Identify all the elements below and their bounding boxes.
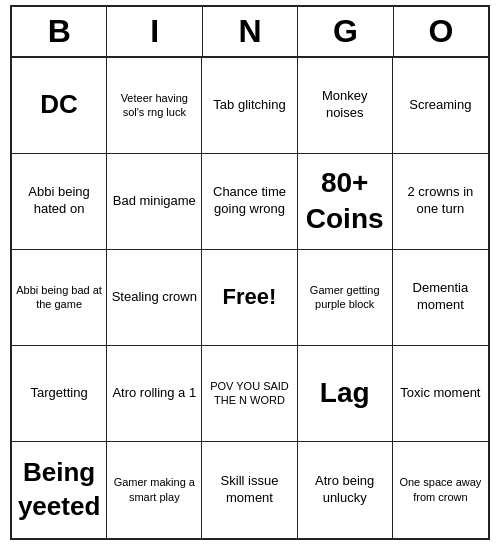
bingo-cell: Gamer making a smart play (107, 442, 202, 538)
header-letter: G (298, 7, 393, 56)
cell-text: POV YOU SAID THE N WORD (206, 379, 292, 408)
bingo-cell: Screaming (393, 58, 488, 154)
bingo-cell: Stealing crown (107, 250, 202, 346)
cell-text: 80+ Coins (302, 165, 388, 238)
cell-text: Atro rolling a 1 (112, 385, 196, 402)
bingo-card: BINGO DCVeteer having sol's rng luckTab … (10, 5, 490, 540)
cell-text: Chance time going wrong (206, 184, 292, 218)
cell-text: One space away from crown (397, 475, 484, 504)
cell-text: Toxic moment (400, 385, 480, 402)
bingo-cell: Gamer getting purple block (298, 250, 393, 346)
bingo-cell: Free! (202, 250, 297, 346)
header-letter: B (12, 7, 107, 56)
bingo-cell: Veteer having sol's rng luck (107, 58, 202, 154)
header-letter: O (394, 7, 488, 56)
bingo-cell: Being yeeted (12, 442, 107, 538)
bingo-cell: Chance time going wrong (202, 154, 297, 250)
cell-text: Free! (223, 283, 277, 312)
header-letter: N (203, 7, 298, 56)
bingo-cell: 80+ Coins (298, 154, 393, 250)
cell-text: Gamer getting purple block (302, 283, 388, 312)
bingo-cell: Atro rolling a 1 (107, 346, 202, 442)
cell-text: Abbi being bad at the game (16, 283, 102, 312)
cell-text: Atro being unlucky (302, 473, 388, 507)
bingo-cell: Abbi being bad at the game (12, 250, 107, 346)
cell-text: Targetting (31, 385, 88, 402)
cell-text: Skill issue moment (206, 473, 292, 507)
bingo-cell: DC (12, 58, 107, 154)
bingo-cell: Monkey noises (298, 58, 393, 154)
bingo-grid: DCVeteer having sol's rng luckTab glitch… (12, 58, 488, 538)
cell-text: Stealing crown (112, 289, 197, 306)
bingo-cell: Targetting (12, 346, 107, 442)
bingo-cell: Skill issue moment (202, 442, 297, 538)
bingo-cell: Atro being unlucky (298, 442, 393, 538)
bingo-cell: Tab glitching (202, 58, 297, 154)
bingo-cell: Abbi being hated on (12, 154, 107, 250)
bingo-cell: POV YOU SAID THE N WORD (202, 346, 297, 442)
cell-text: Monkey noises (302, 88, 388, 122)
bingo-header: BINGO (12, 7, 488, 58)
bingo-cell: Lag (298, 346, 393, 442)
cell-text: Tab glitching (213, 97, 285, 114)
cell-text: Screaming (409, 97, 471, 114)
cell-text: Gamer making a smart play (111, 475, 197, 504)
bingo-cell: 2 crowns in one turn (393, 154, 488, 250)
bingo-cell: Dementia moment (393, 250, 488, 346)
cell-text: Lag (320, 375, 370, 411)
header-letter: I (107, 7, 202, 56)
cell-text: Veteer having sol's rng luck (111, 91, 197, 120)
bingo-cell: One space away from crown (393, 442, 488, 538)
cell-text: Being yeeted (16, 456, 102, 524)
cell-text: Abbi being hated on (16, 184, 102, 218)
bingo-cell: Toxic moment (393, 346, 488, 442)
bingo-cell: Bad minigame (107, 154, 202, 250)
cell-text: Bad minigame (113, 193, 196, 210)
cell-text: Dementia moment (397, 280, 484, 314)
cell-text: 2 crowns in one turn (397, 184, 484, 218)
cell-text: DC (40, 88, 78, 122)
